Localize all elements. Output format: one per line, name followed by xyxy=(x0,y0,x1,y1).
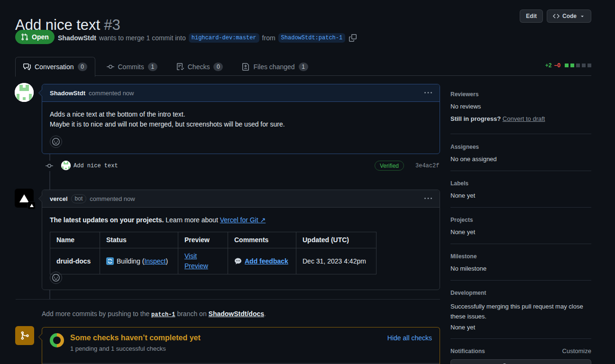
commit-sha[interactable]: 3e4ac2f xyxy=(415,163,439,169)
pr-state-label: Open xyxy=(32,33,49,41)
code-button-label: Code xyxy=(562,13,577,19)
table-row: druid-docs Building (Inspect) Visit Prev… xyxy=(50,248,376,274)
verified-badge[interactable]: Verified xyxy=(375,161,404,171)
milestone-empty: No milestone xyxy=(450,265,591,272)
sidebar-divider xyxy=(450,207,591,208)
visit-preview-link[interactable]: Visit Preview xyxy=(184,252,208,270)
diffstat-deletions: −0 xyxy=(554,62,560,69)
convert-to-draft-link[interactable]: Convert to draft xyxy=(503,115,545,122)
column-header: Status xyxy=(100,232,178,248)
kebab-menu-icon[interactable] xyxy=(424,89,432,97)
comment-vercel: vercel bot commented now The latest upda… xyxy=(42,190,440,290)
pr-number: #3 xyxy=(104,17,120,33)
tab-files-changed-label: Files changed xyxy=(253,63,294,71)
push-note-text: branch on xyxy=(175,310,209,318)
vercel-intro: The latest updates on your projects. Lea… xyxy=(50,215,432,225)
tab-checks[interactable]: Checks 0 xyxy=(169,57,231,76)
vercel-intro-bold: The latest updates on your projects. xyxy=(50,216,164,224)
code-button[interactable]: Code xyxy=(547,9,591,23)
repo-link[interactable]: ShadowStdt/docs xyxy=(209,310,264,318)
push-note: Add more commits by pushing to the patch… xyxy=(42,310,266,318)
tab-conversation-label: Conversation xyxy=(35,63,74,71)
vercel-avatar[interactable] xyxy=(15,189,34,208)
inspect-link[interactable]: Inspect xyxy=(144,257,165,265)
edit-button-label: Edit xyxy=(526,13,537,19)
assignees-empty: No one assigned xyxy=(450,155,591,163)
pr-byline: ShadowStdt wants to merge 1 commit into … xyxy=(58,33,357,43)
column-header: Updated (UTC) xyxy=(296,232,376,248)
commit-message[interactable]: Add nice text xyxy=(73,163,118,169)
diffstat-block xyxy=(570,64,574,67)
timeline-line xyxy=(49,290,50,300)
sidebar-divider xyxy=(450,171,591,171)
avatar[interactable] xyxy=(15,83,34,102)
git-commit-icon xyxy=(107,63,114,71)
deployments-table: Name Status Preview Comments Updated (UT… xyxy=(50,232,376,274)
sidebar-section-projects[interactable]: Projects xyxy=(450,217,591,223)
status-text-suffix: ) xyxy=(166,257,168,265)
sidebar-divider xyxy=(450,280,591,281)
comment-author[interactable]: ShadowStdt xyxy=(50,90,85,97)
tab-files-changed[interactable]: Files changed 1 xyxy=(234,57,315,76)
head-branch-label[interactable]: ShadowStdt:patch-1 xyxy=(278,33,346,43)
tab-conversation[interactable]: Conversation 0 xyxy=(15,57,95,77)
deployment-preview: Visit Preview xyxy=(178,248,228,274)
sidebar-section-development: Development xyxy=(450,290,591,296)
notifications-title: Notifications xyxy=(450,348,485,355)
customize-link[interactable]: Customize xyxy=(562,347,591,355)
comment-bubble-icon xyxy=(234,257,242,265)
edit-button[interactable]: Edit xyxy=(520,9,543,23)
comment-discussion-icon xyxy=(23,63,31,71)
development-empty: None yet xyxy=(450,324,591,331)
diffstat-block xyxy=(565,64,569,67)
vercel-for-git-link[interactable]: Vercel for Git ↗ xyxy=(220,216,266,224)
diffstat-block xyxy=(587,64,591,67)
bot-badge: bot xyxy=(71,194,87,203)
deployment-updated: Dec 31, 2023 4:42pm xyxy=(296,248,376,274)
sidebar-divider xyxy=(450,244,591,244)
byline-author[interactable]: ShadowStdt xyxy=(58,34,96,42)
vercel-bot-badge-icon xyxy=(28,201,36,209)
comment-author[interactable]: vercel xyxy=(50,195,68,202)
code-icon xyxy=(553,13,560,19)
diffstat: +2 −0 xyxy=(545,62,591,69)
sidebar-section-labels[interactable]: Labels xyxy=(450,180,591,187)
comment-body: The latest updates on your projects. Lea… xyxy=(42,208,440,282)
comment-line: Adds a nice text at the bottom of the in… xyxy=(50,109,432,119)
column-header: Preview xyxy=(178,232,228,248)
copy-icon[interactable] xyxy=(349,34,357,42)
tab-commits-label: Commits xyxy=(118,63,144,71)
labels-empty: None yet xyxy=(450,192,591,199)
add-reaction-button[interactable] xyxy=(50,272,62,284)
checks-donut-chart xyxy=(50,333,64,347)
comment-line: Maybe it is to nice and will not be merg… xyxy=(50,119,432,129)
hide-all-checks-link[interactable]: Hide all checks xyxy=(387,334,432,342)
branch-link[interactable]: patch-1 xyxy=(151,311,175,318)
avatar[interactable] xyxy=(61,161,71,170)
reviewers-empty: No reviews xyxy=(450,103,591,110)
checks-title: Some checks haven’t completed yet xyxy=(70,333,201,343)
kebab-menu-icon[interactable] xyxy=(424,195,432,202)
subscribe-button[interactable]: Subscribe xyxy=(450,359,591,364)
projects-empty: None yet xyxy=(450,228,591,236)
sidebar-section-reviewers[interactable]: Reviewers xyxy=(450,91,591,98)
deployment-name: druid-docs xyxy=(50,248,100,274)
pr-state-badge: Open xyxy=(15,30,55,44)
sidebar-section-milestone[interactable]: Milestone xyxy=(450,253,591,260)
comment-header: vercel bot commented now xyxy=(42,190,440,208)
add-reaction-button[interactable] xyxy=(50,136,62,148)
add-feedback-link[interactable]: Add feedback xyxy=(245,256,288,266)
tab-commits-count: 1 xyxy=(148,63,157,71)
tab-conversation-count: 0 xyxy=(78,63,87,71)
convert-to-draft-row: Still in progress? Convert to draft xyxy=(450,115,591,122)
vercel-intro-rest: Learn more about xyxy=(164,216,220,224)
base-branch-label[interactable]: highcard-dev:master xyxy=(189,33,259,43)
comment-meta: commented now xyxy=(90,195,135,202)
comment-meta: commented now xyxy=(89,90,134,97)
file-diff-icon xyxy=(242,63,249,71)
sidebar-divider xyxy=(450,134,591,134)
sidebar-section-assignees[interactable]: Assignees xyxy=(450,144,591,150)
comment-first: ShadowStdt commented now Adds a nice tex… xyxy=(42,84,440,154)
tab-commits[interactable]: Commits 1 xyxy=(99,57,165,76)
sidebar-divider xyxy=(450,338,591,339)
